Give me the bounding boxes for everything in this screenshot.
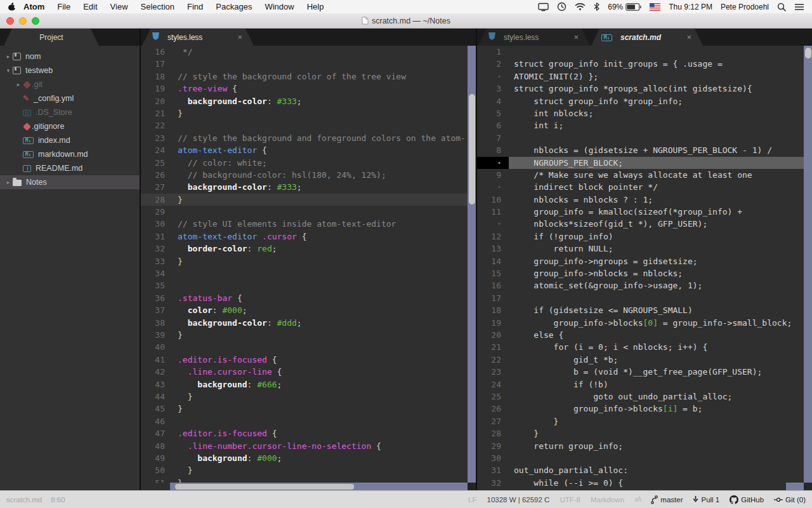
editor-line[interactable]: • nblocks*sizeof(gid_t *), GFP_USER); xyxy=(477,218,804,230)
line-number[interactable]: 31 xyxy=(477,464,509,476)
line-number[interactable]: 17 xyxy=(141,58,173,70)
spotlight-search-icon[interactable] xyxy=(777,3,786,11)
editor-line[interactable]: 18// style the background color of the t… xyxy=(141,70,468,83)
editor-line[interactable]: 22 gid_t *b; xyxy=(477,354,804,366)
chevron-right-icon[interactable]: ▸ xyxy=(4,179,13,185)
line-number[interactable]: 19 xyxy=(141,83,173,95)
menubar-clock[interactable]: Thu 9:12 PM xyxy=(669,3,712,11)
line-number[interactable]: 45 xyxy=(141,403,173,415)
menu-item-find[interactable]: Find xyxy=(181,2,209,11)
editor-line[interactable]: 17 xyxy=(477,292,804,304)
line-number[interactable]: 11 xyxy=(477,206,509,218)
status-file-name[interactable]: scratch.md xyxy=(6,496,42,504)
line-number[interactable]: 24 xyxy=(477,378,509,391)
git-changes-indicator[interactable]: Git (0) xyxy=(774,496,806,504)
editor-line[interactable]: • NGROUPS_PER_BLOCK; xyxy=(477,157,804,169)
editor-line[interactable]: 5 int nblocks; xyxy=(477,107,804,119)
line-number[interactable]: 22 xyxy=(477,354,509,366)
editor-line[interactable]: 3struct group_info *groups_alloc(int gid… xyxy=(477,83,804,95)
chevron-right-icon[interactable]: ▸ xyxy=(14,81,23,88)
editor-line[interactable]: 29 return group_info; xyxy=(477,440,804,452)
tree-item-testweb[interactable]: ▾testweb xyxy=(0,64,140,77)
editor-line[interactable]: 31out_undo_partial_alloc: xyxy=(477,464,804,476)
wifi-icon[interactable] xyxy=(575,3,586,11)
line-number[interactable]: 43 xyxy=(141,378,173,391)
close-tab-icon[interactable]: × xyxy=(573,29,579,46)
chevron-right-icon[interactable]: ▸ xyxy=(4,53,13,60)
line-number[interactable]: 10 xyxy=(477,194,509,206)
line-number[interactable]: 37 xyxy=(141,304,173,316)
line-number[interactable]: 47 xyxy=(141,427,173,439)
editor-line[interactable]: 12 if (!group_info) xyxy=(477,231,804,243)
menu-item-view[interactable]: View xyxy=(104,2,134,11)
tree-item--git[interactable]: ▸.git xyxy=(0,77,140,91)
wrapped-line-marker[interactable]: • xyxy=(477,218,509,230)
editor-line[interactable]: 22 xyxy=(141,119,468,131)
editor-line[interactable]: 30// style UI elements inside atom-text-… xyxy=(141,218,468,230)
line-number[interactable]: 32 xyxy=(141,243,173,255)
editor-line[interactable]: 44 } xyxy=(141,391,468,403)
editor-line[interactable]: 13 return NULL; xyxy=(477,243,804,255)
editor-line[interactable]: •ATOMIC_INIT(2) }; xyxy=(477,70,804,83)
line-number[interactable]: 31 xyxy=(141,231,173,243)
editor-line[interactable]: 26 // background-color: hsl(180, 24%, 12… xyxy=(141,169,468,181)
project-tab[interactable]: Project xyxy=(4,29,99,46)
horizontal-scrollbar[interactable] xyxy=(786,483,804,490)
menu-item-edit[interactable]: Edit xyxy=(77,2,103,11)
line-number[interactable]: 46 xyxy=(141,415,173,427)
editor-line[interactable]: 25 // color: white; xyxy=(141,157,468,169)
line-number[interactable]: 25 xyxy=(141,157,173,169)
editor-line[interactable]: 38 background-color: #ddd; xyxy=(141,317,468,329)
time-machine-icon[interactable] xyxy=(557,2,566,11)
line-number[interactable]: 35 xyxy=(141,279,173,291)
editor-line[interactable]: 16 atomic_set(&group_info->usage, 1); xyxy=(477,279,804,291)
editor-line[interactable]: 27 background-color: #333; xyxy=(141,181,468,193)
editor-line[interactable]: 15 group_info->nblocks = nblocks; xyxy=(477,267,804,279)
editor-line[interactable]: 45} xyxy=(141,403,468,415)
line-number[interactable]: 20 xyxy=(477,329,509,341)
line-number[interactable]: 1 xyxy=(477,46,509,58)
editor-line[interactable]: 27 } xyxy=(477,415,804,427)
line-number[interactable]: 23 xyxy=(477,366,509,378)
tree-item-readme-md[interactable]: README.md xyxy=(0,161,140,175)
tab-styles-less[interactable]: styles.less × xyxy=(142,29,254,46)
line-number[interactable]: 26 xyxy=(477,403,509,415)
editor-line[interactable]: 2struct group_info init_groups = { .usag… xyxy=(477,58,804,70)
editor-line[interactable]: 25 goto out_undo_partial_alloc; xyxy=(477,391,804,403)
bluetooth-icon[interactable] xyxy=(594,2,599,11)
line-number[interactable]: 48 xyxy=(141,440,173,452)
close-tab-icon[interactable]: × xyxy=(686,29,691,46)
line-number[interactable]: 33 xyxy=(141,255,173,267)
editor-line[interactable]: 51} xyxy=(141,477,468,483)
github-panel-toggle[interactable]: GitHub xyxy=(730,495,764,504)
editor-line[interactable]: • indirect block pointer */ xyxy=(477,181,804,193)
editor-line[interactable]: 23 b = (void *)__get_free_page(GFP_USER)… xyxy=(477,366,804,378)
editor-line[interactable]: 24atom-text-editor { xyxy=(141,144,468,156)
horizontal-scrollbar[interactable] xyxy=(170,483,468,490)
editor-line[interactable]: 29 xyxy=(141,206,468,218)
line-number[interactable]: 34 xyxy=(141,267,173,279)
editor-line[interactable]: 36.status-bar { xyxy=(141,292,468,304)
editor-line[interactable]: 21 for (i = 0; i < nblocks; i++) { xyxy=(477,341,804,353)
text-editor-scratch-md[interactable]: 12struct group_info init_groups = { .usa… xyxy=(477,46,804,490)
menu-item-packages[interactable]: Packages xyxy=(209,2,258,11)
editor-line[interactable]: 30 xyxy=(477,452,804,464)
line-number[interactable]: 8 xyxy=(477,144,509,156)
editor-line[interactable]: 6 int i; xyxy=(477,119,804,131)
line-number[interactable]: 9 xyxy=(477,169,509,181)
tree-item--ds-store[interactable]: .DS_Store xyxy=(0,105,140,119)
text-editor-styles-less[interactable]: 16 */1718// style the background color o… xyxy=(141,46,468,483)
editor-line[interactable]: 24 if (!b) xyxy=(477,378,804,391)
wrapped-line-marker[interactable]: • xyxy=(477,181,509,193)
line-number[interactable]: 2 xyxy=(477,58,509,70)
tree-item--config-yml[interactable]: _config.yml xyxy=(0,91,140,105)
menu-item-atom[interactable]: Atom xyxy=(16,2,51,11)
line-number[interactable]: 44 xyxy=(141,391,173,403)
minimize-window-button[interactable] xyxy=(19,17,27,25)
line-number[interactable]: 16 xyxy=(477,279,509,291)
editor-line[interactable]: 32 while (--i >= 0) { xyxy=(477,477,804,489)
line-number[interactable]: 25 xyxy=(477,391,509,403)
zoom-window-button[interactable] xyxy=(32,17,39,25)
line-number[interactable]: 3 xyxy=(477,83,509,95)
line-number[interactable]: 20 xyxy=(141,95,173,107)
